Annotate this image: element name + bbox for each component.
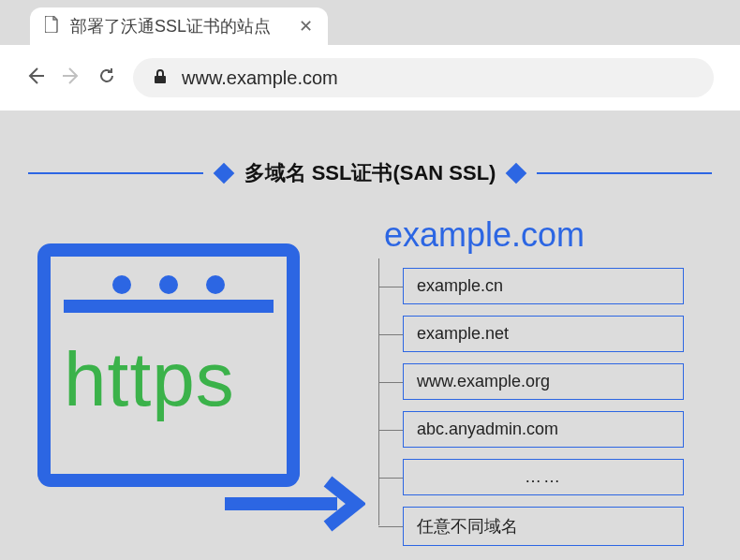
rule-right [537,172,712,174]
domain-box: 任意不同域名 [403,507,684,546]
list-item: example.net [403,316,703,352]
tab-title: 部署了沃通SSL证书的站点 [70,15,271,37]
domain-box-ellipsis: …… [403,459,684,495]
document-icon [45,16,59,37]
window-titlebar [64,270,274,313]
tree-branch-line [378,526,403,527]
browser-chrome: 部署了沃通SSL证书的站点 ✕ www.example.com [0,0,740,111]
root-domain: example.com [384,215,703,255]
https-label: https [64,335,235,423]
arrow-right-icon [225,476,365,536]
window-dot-icon [159,275,178,294]
tree-vertical-line [378,258,379,525]
rule-left [28,172,203,174]
tree-branch-line [378,430,403,431]
section-title-row: 多域名 SSL证书(SAN SSL) [28,159,712,187]
domain-tree: example.com example.cn example.net www.e… [365,215,703,557]
list-item: www.example.org [403,363,703,400]
toolbar: www.example.com [0,45,740,111]
browser-tab[interactable]: 部署了沃通SSL证书的站点 ✕ [30,7,328,45]
close-icon[interactable]: ✕ [299,16,313,37]
url-text: www.example.com [182,67,338,89]
tree-branch-line [378,382,403,383]
diagram: https example.com example.cn example.net… [28,215,712,551]
reload-button[interactable] [97,66,116,90]
tree-branch-line [378,287,403,287]
https-window-glyph: https [37,243,328,496]
domain-box: www.example.org [403,363,684,400]
tab-strip: 部署了沃通SSL证书的站点 ✕ [0,0,740,45]
child-domains: example.cn example.net www.example.org a… [365,268,703,546]
diamond-icon [506,163,527,184]
forward-button[interactable] [62,66,81,90]
window-dot-icon [112,275,131,294]
lock-icon [154,67,167,89]
window-dot-icon [206,275,225,294]
section-title: 多域名 SSL证书(SAN SSL) [244,159,496,187]
list-item: abc.anyadmin.com [403,411,703,448]
back-button[interactable] [26,66,45,90]
domain-box: abc.anyadmin.com [403,411,684,448]
diamond-icon [213,163,234,184]
domain-box: example.net [403,316,684,352]
tree-branch-line [378,478,403,479]
list-item: …… [403,459,703,495]
list-item: 任意不同域名 [403,507,703,546]
tree-branch-line [378,334,403,335]
svg-rect-0 [155,76,166,83]
domain-box: example.cn [403,268,684,304]
address-bar[interactable]: www.example.com [133,58,714,97]
list-item: example.cn [403,268,703,304]
